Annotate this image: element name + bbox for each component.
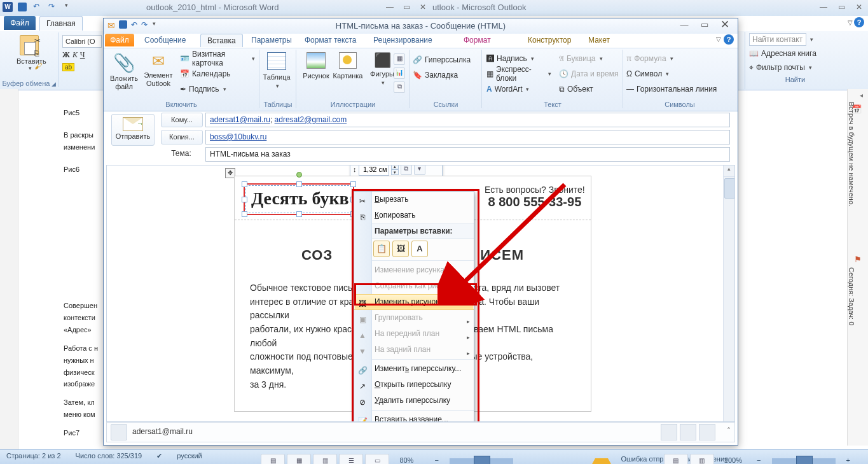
tab-table-design[interactable]: Конструктор <box>520 34 579 46</box>
ctx-insert-caption[interactable]: 📝Вставить название... <box>354 412 474 422</box>
height-input[interactable] <box>359 165 389 176</box>
calendar-button[interactable]: 📅Календарь <box>177 66 258 81</box>
horizontal-line-button[interactable]: ―Горизонтальная линия <box>624 81 736 97</box>
tab-options[interactable]: Параметры <box>245 34 298 46</box>
cc-recipient-1[interactable]: boss@10bukv.ru <box>210 132 266 141</box>
textbox-button[interactable]: 🅰Надпись▾ <box>484 51 554 66</box>
msg-ribbon-minimize-icon[interactable]: ▽ <box>716 36 721 43</box>
msg-minimize-button[interactable]: — <box>674 18 694 31</box>
msg-maximize-button[interactable]: ▭ <box>694 18 715 31</box>
outlook-item-button[interactable]: ✉ Элемент Outlook <box>142 52 175 87</box>
smartart-button[interactable]: ▦ <box>394 53 405 65</box>
picture-button[interactable]: Рисунок <box>300 52 333 80</box>
paste-text-only[interactable]: A <box>411 241 428 257</box>
rotate-handle[interactable] <box>296 172 302 178</box>
tab-insert[interactable]: Вставка <box>200 34 243 47</box>
view-print-layout[interactable]: ▤ <box>261 454 285 464</box>
cc-field[interactable]: boss@10bukv.ru <box>205 130 730 144</box>
cc-button[interactable]: Копия... <box>161 130 203 144</box>
screenshot-button[interactable]: ⧉ <box>394 81 405 93</box>
font-combo[interactable]: Calibri (О <box>62 35 102 48</box>
people-pane-expand-icon[interactable]: ˄ <box>727 426 731 435</box>
signature-button[interactable]: ✒Подпись▾ <box>177 81 258 97</box>
ol-zoom-in-icon[interactable]: + <box>840 454 857 464</box>
view-fullscreen[interactable]: ▦ <box>287 454 311 464</box>
msg-file-tab[interactable]: Файл <box>105 34 134 46</box>
paste-picture[interactable]: 🖼 <box>392 241 409 257</box>
hyperlink-button[interactable]: 🔗Гиперссылка <box>410 52 481 67</box>
msg-close-button[interactable]: ✕ <box>715 18 735 31</box>
crop-button[interactable]: ⧉ <box>401 165 412 175</box>
italic-button[interactable]: К <box>72 50 78 60</box>
status-word-count[interactable]: Число слов: 325/319 <box>69 450 149 461</box>
todo-collapse-icon[interactable]: ◂ <box>860 92 863 99</box>
status-proofing-icon[interactable]: ✔ <box>150 450 169 462</box>
word-minimize-button[interactable]: — <box>382 0 398 14</box>
send-button[interactable]: Отправить <box>111 114 155 146</box>
status-language[interactable]: русский <box>170 450 208 461</box>
bookmark-button[interactable]: 🔖Закладка <box>410 67 481 83</box>
ctx-remove-hyperlink[interactable]: ⊘Удалить гиперссылку <box>354 393 474 409</box>
context-menu[interactable]: ✂Вырезать ⎘Копировать Параметры вставки:… <box>354 191 474 422</box>
wordart-button[interactable]: AWordArt▾ <box>484 81 554 97</box>
find-contact-input[interactable]: Найти контакт <box>749 33 806 46</box>
address-book-button[interactable]: 📖Адресная книга <box>749 47 841 60</box>
status-page[interactable]: Страница: 2 из 2 <box>0 450 67 461</box>
subject-field[interactable]: HTML-письма на заказ <box>205 147 730 162</box>
word-tab-home[interactable]: Главная <box>39 16 83 31</box>
msg-help-icon[interactable]: ? <box>724 34 734 45</box>
ol-view-normal[interactable]: ▤ <box>664 454 688 464</box>
ribbon-minimize-icon[interactable]: ▽ <box>848 19 853 26</box>
qat-dropdown-icon[interactable]: ▾ <box>65 2 76 13</box>
tab-table-layout[interactable]: Макет <box>581 34 617 46</box>
ctx-cut[interactable]: ✂Вырезать <box>354 192 474 207</box>
quickparts-button[interactable]: ▦Экспресс-блоки▾ <box>484 66 554 81</box>
recipient-1[interactable]: adersat1@mail.ru <box>210 115 270 124</box>
people-pane[interactable]: adersat1@mail.ru ˄ <box>106 422 735 442</box>
copy-icon[interactable]: ⎘ <box>34 49 42 62</box>
ctx-copy[interactable]: ⎘Копировать <box>354 207 474 223</box>
tab-format-text[interactable]: Формат текста <box>298 34 362 46</box>
to-field[interactable]: adersat1@mail.ru; adresat2@gmail.com <box>205 113 730 127</box>
word-close-button[interactable]: ✕ <box>415 0 431 14</box>
ol-view-reading[interactable]: ▥ <box>690 454 714 464</box>
zoom-slider[interactable] <box>450 458 513 464</box>
zoom-out-icon[interactable]: − <box>428 454 444 464</box>
outlook-close-button[interactable]: ✕ <box>850 0 868 14</box>
ctx-open-hyperlink[interactable]: ↗Открыть гиперссылку <box>354 377 474 393</box>
tab-message[interactable]: Сообщение <box>138 34 192 46</box>
symbol-button[interactable]: ΩСимвол▾ <box>624 66 736 81</box>
clipart-button[interactable]: Картинка <box>331 52 364 80</box>
chart-button[interactable]: 📊 <box>394 67 405 79</box>
view-outline[interactable]: ☰ <box>339 454 363 464</box>
outlook-zoom-value[interactable]: 100% <box>718 454 748 464</box>
outlook-minimize-button[interactable]: — <box>815 0 832 14</box>
height-down[interactable]: ▾ <box>391 169 399 175</box>
table-button[interactable]: Таблица▾ <box>260 50 293 89</box>
business-card-button[interactable]: 🪪Визитная карточка▾ <box>177 51 258 66</box>
undo-icon[interactable]: ↶ <box>33 2 45 13</box>
format-painter-icon[interactable]: 🖌 <box>34 62 42 74</box>
cut-icon[interactable]: ✂ <box>34 36 42 49</box>
tab-pic-format[interactable]: Формат <box>456 34 499 46</box>
outlook-maximize-button[interactable]: ▭ <box>832 0 850 14</box>
ol-zoom-out-icon[interactable]: − <box>750 454 767 464</box>
scroll-thumb[interactable] <box>724 178 735 199</box>
paste-keep-source[interactable]: 📋 <box>373 241 390 257</box>
object-button[interactable]: ⧉Объект <box>556 81 621 97</box>
word-maximize-button[interactable]: ▭ <box>398 0 415 14</box>
attach-file-button[interactable]: 📎 Вложить файл <box>107 52 141 90</box>
ctx-change-image[interactable]: 🖼Изменить рисунок... <box>354 294 474 310</box>
help-icon[interactable]: ? <box>854 17 864 27</box>
bold-button[interactable]: Ж <box>62 50 70 60</box>
crop-dd-button[interactable]: ▾ <box>414 165 425 175</box>
ctx-edit-hyperlink[interactable]: 🔗Изменить гиперссылку... <box>354 361 474 377</box>
view-web[interactable]: ▥ <box>313 454 337 464</box>
body-scrollbar[interactable]: ▴ <box>723 165 734 421</box>
word-file-tab[interactable]: Файл <box>4 16 36 30</box>
redo-icon[interactable]: ↷ <box>48 2 60 13</box>
mail-filter-dd-icon[interactable]: ▾ <box>809 64 812 71</box>
ol-zoom-slider[interactable] <box>772 458 836 464</box>
to-button[interactable]: Кому... <box>161 113 203 127</box>
find-contact-dd-icon[interactable]: ▾ <box>810 36 813 43</box>
